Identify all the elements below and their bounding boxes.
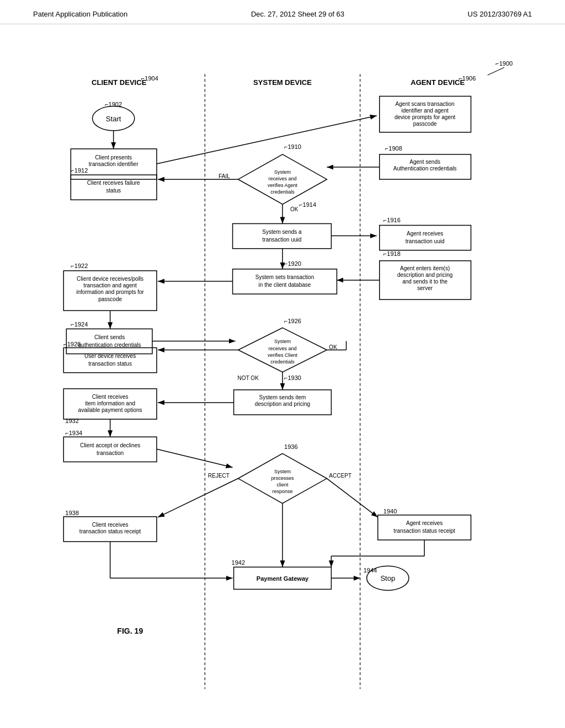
agent-receives-uuid-text2: transaction uuid (406, 238, 445, 244)
accept-label: ACCEPT (329, 473, 351, 479)
client-failure-text1: Client receives failure (87, 180, 140, 186)
fail-label: FAIL (218, 173, 230, 179)
n1942-label: 1942 (232, 559, 246, 566)
page-header: Patent Application Publication Dec. 27, … (0, 0, 565, 24)
svg-line-22 (157, 449, 233, 467)
client-device-label: CLIENT DEVICE (92, 78, 147, 87)
sys-sends-items-text1: System sends item (259, 394, 306, 400)
svg-line-6 (157, 116, 377, 164)
sys-ver-client-text3: verifies Client (268, 352, 298, 358)
svg-line-23 (327, 479, 377, 517)
sys-ver-agent-text1: System (274, 169, 291, 175)
n1932-label: 1932 (65, 417, 79, 424)
client-sends-auth-text1: Client sends (94, 334, 125, 340)
n1906-label: ⌐1906 (459, 75, 476, 82)
svg-line-24 (158, 479, 238, 517)
sys-sets-text1: System sets transaction (255, 274, 314, 280)
n1920-label: ⌐1920 (284, 260, 301, 267)
payment-gateway-text: Payment Gateway (257, 575, 309, 582)
n1936-label: 1936 (284, 443, 298, 450)
client-accept-declines-box (63, 437, 157, 462)
system-device-label: SYSTEM DEVICE (253, 78, 312, 87)
client-presents-text2: transaction identifier (89, 161, 138, 167)
n1924-label: ⌐1924 (71, 321, 88, 328)
sys-sends-uuid-text2: transaction uuid (263, 237, 302, 243)
client-rec-items-text1: Client receives (92, 394, 129, 400)
start-text: Start (106, 115, 121, 123)
agent-enters-text1: Agent enters item(s) (400, 265, 450, 271)
agent-scans-text1: Agent scans transaction (396, 101, 455, 107)
sys-sets-text2: in the client database (259, 282, 311, 288)
sys-proc-text1: System (274, 469, 291, 474)
n1930-label: ⌐1930 (284, 374, 301, 381)
sys-proc-text2: processes (271, 475, 294, 481)
user-dev-rec-text2: transaction status (88, 361, 132, 367)
flowchart-svg: CLIENT DEVICE ⌐1904 SYSTEM DEVICE AGENT … (33, 35, 532, 716)
sys-ver-client-text2: receives and (268, 346, 296, 351)
sys-ver-agent-text3: verifies Agent (268, 183, 298, 188)
client-polls-text1: Client device receives/polls (77, 276, 143, 282)
sys-ver-client-text4: credentials (270, 359, 295, 365)
client-presents-text1: Client presents (95, 154, 132, 160)
n1916-label: ⌐1916 (383, 217, 401, 223)
client-polls-text4: passcode (98, 296, 122, 302)
client-rec-receipt-text1: Client receives (92, 522, 129, 528)
user-dev-rec-text1: User device receives (84, 353, 136, 359)
sys-sends-items-text2: description and pricing (255, 401, 310, 407)
header-center: Dec. 27, 2012 Sheet 29 of 63 (251, 10, 344, 18)
n1900-label: ⌐1900 (495, 60, 513, 67)
agent-scans-text4: passcode (413, 121, 437, 127)
client-rec-receipt-text2: transaction status receipt (79, 528, 141, 534)
sys-proc-text4: response (272, 489, 292, 494)
n1928-label: ⌐1928 (63, 341, 81, 347)
sys-sends-uuid-text1: System sends a (262, 229, 302, 235)
sys-ver-agent-text4: credentials (270, 189, 295, 195)
not-ok-label: NOT OK (238, 375, 259, 381)
agent-device-label: AGENT DEVICE (411, 78, 465, 87)
sys-ver-agent-text2: receives and (268, 176, 296, 181)
agent-receives-uuid-text1: Agent receives (407, 231, 443, 237)
reject-label: REJECT (208, 473, 230, 479)
n1940-label: 1940 (383, 508, 397, 515)
n1904-label: ⌐1904 (141, 75, 158, 82)
client-failure-text2: status (106, 188, 121, 194)
agent-rec-receipt-text2: transaction status receipt (393, 528, 455, 534)
ok-1914-label: OK (290, 206, 299, 212)
agent-sends-auth-text2: Authentication credentials (393, 165, 457, 172)
n1938-label: 1938 (65, 510, 79, 516)
agent-scans-text3: device prompts for agent (395, 114, 456, 120)
client-polls-text3: information and prompts for (76, 289, 144, 295)
ok-1926-label: OK (329, 344, 337, 350)
stop-text: Stop (380, 574, 395, 582)
client-rec-items-text3: available payment options (78, 407, 142, 413)
client-polls-text2: transaction and agent (83, 282, 137, 288)
agent-enters-text4: server (417, 285, 433, 291)
agent-enters-text2: description and pricing (397, 272, 452, 278)
header-left: Patent Application Publication (33, 10, 127, 18)
agent-enters-text3: and sends it to the (402, 279, 447, 285)
fig-label: FIG. 19 (117, 627, 143, 635)
client-acc-dec-text2: transaction (97, 450, 124, 456)
client-rec-items-text2: item information and (85, 400, 135, 406)
header-right: US 2012/330769 A1 (468, 10, 532, 18)
n1914-label: ⌐1914 (299, 201, 316, 208)
agent-scans-text2: identifier and agent (401, 108, 449, 114)
diagram-area: CLIENT DEVICE ⌐1904 SYSTEM DEVICE AGENT … (0, 24, 565, 728)
agent-sends-auth-text1: Agent sends (409, 159, 440, 165)
n1926-label: ⌐1926 (284, 318, 301, 324)
agent-rec-receipt-text1: Agent receives (406, 520, 443, 526)
client-acc-dec-text1: Client accept or declines (80, 442, 140, 448)
n1912-label: ⌐1912 (71, 167, 88, 174)
n1922-label: ⌐1922 (71, 263, 88, 269)
svg-line-4 (488, 67, 504, 75)
n1918-label: ⌐1918 (383, 250, 401, 257)
n1910-label: ⌐1910 (284, 143, 301, 150)
sys-proc-text3: client (276, 482, 289, 488)
sys-ver-client-text1: System (274, 339, 291, 344)
n1908-label: ⌐1908 (385, 145, 402, 152)
n1934-label: ⌐1934 (65, 430, 82, 436)
